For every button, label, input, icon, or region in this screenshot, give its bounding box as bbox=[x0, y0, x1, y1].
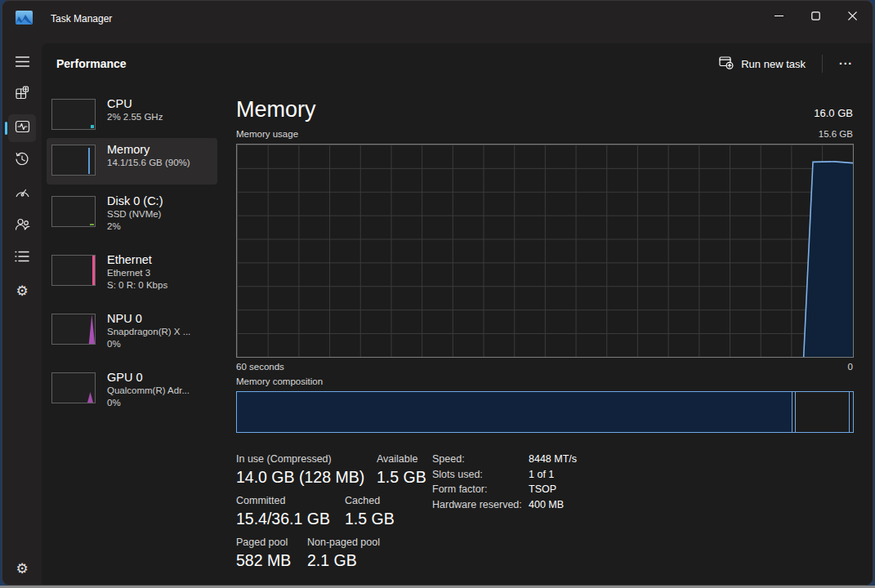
titlebar[interactable]: Task Manager bbox=[2, 1, 873, 43]
memory-composition-label: Memory composition bbox=[236, 376, 323, 386]
nav-item-performance[interactable] bbox=[8, 114, 36, 142]
page-title: Performance bbox=[56, 57, 127, 70]
device-subtitle: 14.1/15.6 GB (90%) bbox=[107, 157, 190, 169]
device-item-memory[interactable]: Memory 14.1/15.6 GB (90%) bbox=[47, 138, 217, 185]
stat-value: 1.5 GB bbox=[377, 466, 426, 488]
memory-usage-label: Memory usage bbox=[236, 129, 298, 139]
gpu-mini-graph bbox=[51, 372, 96, 403]
minimize-button[interactable] bbox=[761, 1, 797, 30]
settings-button[interactable]: ⚙ bbox=[8, 555, 36, 582]
usage-scale-max: 15.6 GB bbox=[819, 129, 853, 139]
nav-item-details[interactable] bbox=[8, 244, 36, 272]
cpu-sparkline bbox=[91, 125, 94, 128]
nav-item-startup-apps[interactable] bbox=[8, 180, 36, 207]
task-manager-app-icon bbox=[16, 11, 33, 24]
disk-sparkline bbox=[90, 224, 94, 225]
processes-icon bbox=[15, 86, 29, 104]
performance-icon bbox=[15, 119, 30, 137]
gpu-sparkline bbox=[87, 392, 93, 403]
device-subtitle: 0% bbox=[107, 338, 190, 350]
device-subtitle: Ethernet 3 bbox=[107, 267, 167, 279]
device-subtitle: Qualcomm(R) Adr... bbox=[107, 385, 190, 397]
detail-value: 8448 MT/s bbox=[529, 453, 577, 466]
time-axis-right-label: 0 bbox=[848, 362, 853, 372]
nav-item-users[interactable] bbox=[8, 212, 36, 239]
memory-mini-graph bbox=[51, 145, 96, 176]
stat-paged-pool: Paged pool 582 MB bbox=[236, 536, 291, 572]
detail-value: 1 of 1 bbox=[529, 469, 577, 482]
device-title: Memory bbox=[107, 142, 190, 157]
window-controls bbox=[761, 1, 871, 30]
memory-sparkline bbox=[88, 148, 90, 174]
device-title: GPU 0 bbox=[107, 370, 190, 385]
device-item-gpu0[interactable]: GPU 0 Qualcomm(R) Adr... 0% bbox=[47, 366, 217, 418]
npu-sparkline bbox=[88, 314, 95, 344]
run-new-task-label: Run new task bbox=[741, 58, 806, 70]
device-item-npu0[interactable]: NPU 0 Snapdragon(R) X ... 0% bbox=[47, 307, 217, 359]
run-new-task-icon bbox=[719, 56, 734, 72]
more-options-button[interactable]: ··· bbox=[829, 54, 863, 74]
close-button[interactable] bbox=[834, 1, 871, 30]
ethernet-sparkline bbox=[92, 256, 95, 285]
detail-label: Hardware reserved: bbox=[432, 499, 516, 512]
ethernet-mini-graph bbox=[51, 255, 96, 286]
composition-segment-standby bbox=[796, 392, 849, 432]
npu-mini-graph bbox=[51, 314, 96, 345]
device-subtitle: 2% bbox=[107, 220, 163, 233]
device-subtitle: 2% 2.55 GHz bbox=[107, 111, 163, 123]
nav-item-processes[interactable] bbox=[8, 81, 36, 109]
stat-value: 14.0 GB (128 MB) bbox=[236, 466, 364, 488]
nav-rail: ⚙ ⚙ bbox=[2, 43, 42, 585]
time-axis-left-label: 60 seconds bbox=[236, 362, 284, 372]
nav-selected-accent bbox=[5, 122, 7, 135]
detail-label: Slots used: bbox=[432, 469, 516, 482]
stat-non-paged-pool: Non-paged pool 2.1 GB bbox=[307, 536, 380, 572]
composition-segment-free bbox=[849, 392, 853, 432]
stat-cached: Cached 1.5 GB bbox=[345, 494, 395, 530]
list-icon bbox=[15, 251, 29, 265]
run-new-task-button[interactable]: Run new task bbox=[709, 51, 815, 77]
memory-pane-title: Memory bbox=[236, 97, 316, 122]
composition-segment-in-use bbox=[237, 392, 792, 432]
device-title: NPU 0 bbox=[107, 311, 190, 326]
device-title: Disk 0 (C:) bbox=[107, 194, 163, 208]
stat-value: 15.4/36.1 GB bbox=[236, 508, 330, 530]
device-item-cpu[interactable]: CPU 2% 2.55 GHz bbox=[47, 92, 217, 138]
content-panel: Performance Run new task ··· bbox=[42, 43, 873, 585]
ellipsis-icon: ··· bbox=[839, 57, 853, 70]
memory-usage-graph[interactable] bbox=[236, 144, 854, 358]
stat-label: Paged pool bbox=[236, 536, 291, 550]
history-clock-icon bbox=[15, 152, 29, 170]
device-title: Ethernet bbox=[107, 252, 167, 267]
stat-available: Available 1.5 GB bbox=[377, 452, 426, 488]
hardware-details: Speed: 8448 MT/s Slots used: 1 of 1 Form… bbox=[432, 453, 577, 511]
stat-label: Committed bbox=[236, 494, 330, 508]
device-subtitle: S: 0 R: 0 Kbps bbox=[107, 279, 167, 292]
task-manager-window: Task Manager bbox=[2, 0, 873, 586]
services-cog-icon: ⚙ bbox=[16, 284, 28, 298]
stat-committed: Committed 15.4/36.1 GB bbox=[236, 494, 330, 530]
device-item-ethernet[interactable]: Ethernet Ethernet 3 S: 0 R: 0 Kbps bbox=[47, 248, 217, 301]
device-subtitle: Snapdragon(R) X ... bbox=[107, 326, 190, 338]
device-subtitle: SSD (NVMe) bbox=[107, 208, 163, 220]
page-header: Performance Run new task ··· bbox=[42, 43, 873, 84]
memory-total-capacity: 16.0 GB bbox=[814, 107, 853, 119]
settings-gear-icon: ⚙ bbox=[16, 562, 28, 576]
nav-item-app-history[interactable] bbox=[8, 147, 36, 175]
speedometer-icon bbox=[15, 186, 30, 202]
device-subtitle: 0% bbox=[107, 397, 190, 409]
stat-label: Cached bbox=[345, 494, 395, 508]
detail-value: TSOP bbox=[529, 483, 577, 497]
app-title: Task Manager bbox=[51, 13, 112, 24]
stat-value: 582 MB bbox=[236, 550, 291, 572]
hamburger-icon bbox=[16, 56, 29, 70]
nav-item-services[interactable]: ⚙ bbox=[8, 277, 36, 305]
detail-label: Form factor: bbox=[432, 483, 516, 497]
memory-composition-bar[interactable] bbox=[236, 391, 854, 433]
device-title: CPU bbox=[107, 96, 163, 111]
maximize-button[interactable] bbox=[797, 1, 834, 30]
cpu-mini-graph bbox=[51, 99, 96, 130]
stat-value: 1.5 GB bbox=[345, 508, 395, 530]
device-item-disk0[interactable]: Disk 0 (C:) SSD (NVMe) 2% bbox=[47, 189, 217, 242]
menu-button[interactable] bbox=[8, 49, 36, 77]
